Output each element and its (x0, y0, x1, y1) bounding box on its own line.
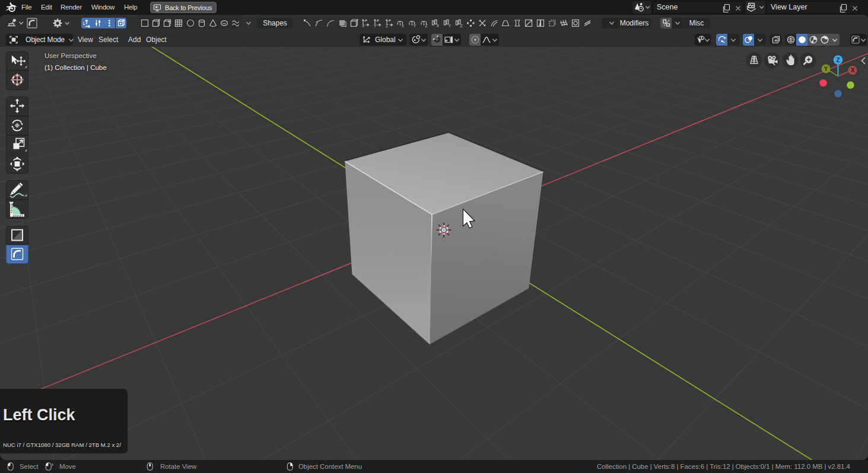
svg-text:Z: Z (836, 57, 840, 63)
svg-text:X: X (362, 24, 365, 28)
svg-text:X: X (437, 24, 440, 28)
svg-text:Z: Z (386, 24, 389, 28)
svg-text:Y: Y (448, 24, 451, 28)
svg-text:Y: Y (374, 24, 377, 28)
svg-text:X: X (851, 67, 855, 73)
svg-text:Z: Z (460, 24, 463, 28)
svg-text:X: X (402, 24, 405, 28)
svg-text:Y: Y (824, 66, 828, 72)
svg-text:Z: Z (425, 24, 428, 28)
svg-text:Y: Y (413, 24, 416, 28)
